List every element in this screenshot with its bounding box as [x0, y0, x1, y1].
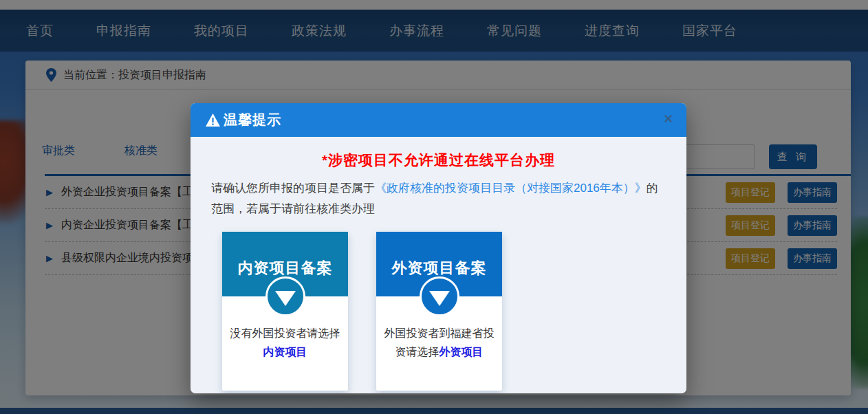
- desc-prefix: 请确认您所申报的项目是否属于: [211, 182, 375, 195]
- foreign-card-header: 外资项目备案: [376, 232, 502, 296]
- dialog-description: 请确认您所申报的项目是否属于《政府核准的投资项目目录（对接国家2016年本）》的…: [191, 178, 686, 219]
- domestic-card-desc: 没有外国投资者请选择: [230, 327, 340, 339]
- domestic-project-card[interactable]: 内资项目备案 没有外国投资者请选择 内资项目: [222, 232, 348, 391]
- dialog-title: 温馨提示: [224, 111, 281, 129]
- down-arrow-badge[interactable]: [265, 276, 305, 316]
- close-icon[interactable]: ×: [664, 111, 673, 127]
- foreign-card-title: 外资项目备案: [376, 232, 502, 279]
- secret-project-warning: *涉密项目不允许通过在线平台办理: [191, 151, 686, 170]
- down-arrow-badge[interactable]: [420, 276, 459, 316]
- catalog-link[interactable]: 《政府核准的投资项目目录（对接国家2016年本）》: [375, 182, 647, 195]
- filing-choice-cards: 内资项目备案 没有外国投资者请选择 内资项目 外资项目备案 外国投资者到福建省投…: [191, 232, 686, 391]
- domestic-card-header: 内资项目备案: [222, 232, 348, 296]
- foreign-project-link[interactable]: 外资项目: [440, 346, 484, 358]
- warning-triangle-icon: [206, 113, 220, 127]
- warm-tip-dialog: 温馨提示 × *涉密项目不允许通过在线平台办理 请确认您所申报的项目是否属于《政…: [191, 103, 686, 393]
- foreign-project-card[interactable]: 外资项目备案 外国投资者到福建省投资请选择外资项目: [376, 232, 502, 391]
- down-arrow-icon: [275, 291, 296, 306]
- domestic-project-link[interactable]: 内资项目: [263, 346, 307, 358]
- domestic-card-title: 内资项目备案: [222, 232, 348, 279]
- dialog-header: 温馨提示 ×: [191, 103, 686, 137]
- down-arrow-icon: [429, 291, 450, 306]
